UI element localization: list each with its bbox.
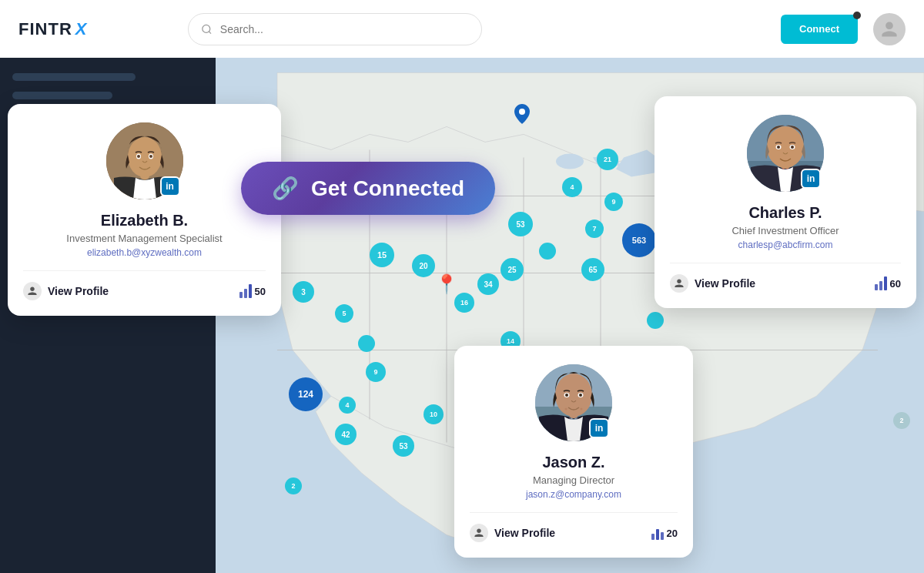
elizabeth-bar-icon: [239, 284, 252, 298]
search-input[interactable]: [220, 23, 469, 35]
svg-point-3: [556, 154, 584, 169]
jason-linkedin-badge: in: [589, 418, 609, 438]
elizabeth-stat-value: 50: [255, 286, 266, 297]
charles-view-profile-button[interactable]: View Profile: [670, 274, 755, 293]
jason-stat-value: 20: [667, 528, 678, 539]
jason-bar-icon: [651, 526, 664, 540]
charles-view-profile-label: View Profile: [695, 277, 755, 290]
charles-bar-icon: [875, 276, 887, 290]
map-pin-blue: [514, 104, 530, 129]
svg-point-24: [767, 126, 804, 168]
sidebar-item: [12, 92, 112, 99]
link-icon: 🔗: [272, 176, 299, 201]
elizabeth-name: Elizabeth B.: [23, 212, 266, 230]
logo-x: X: [75, 19, 88, 39]
search-icon: [201, 23, 213, 35]
charles-avatar-wrapper: in: [747, 115, 824, 192]
elizabeth-view-profile-button[interactable]: View Profile: [23, 282, 109, 300]
svg-point-38: [565, 408, 567, 410]
avatar: [873, 13, 906, 45]
profile-card-jason: in Jason Z. Managing Director jason.z@co…: [454, 346, 693, 558]
logo: FINTR X: [18, 19, 172, 39]
map-pin: 📍: [435, 273, 458, 295]
charles-linkedin-badge: in: [801, 169, 821, 189]
elizabeth-avatar-wrapper: in: [106, 122, 183, 199]
charles-card-footer: View Profile 60: [670, 263, 901, 293]
charles-title: Chief Investment Officer: [670, 225, 901, 236]
elizabeth-profile-icon: [23, 282, 42, 300]
charles-stat: 60: [875, 276, 901, 290]
svg-point-36: [565, 394, 568, 397]
sidebar-item: [12, 73, 136, 81]
search-bar[interactable]: [188, 13, 482, 45]
navbar: FINTR X Connect: [0, 0, 924, 58]
profile-card-elizabeth: in Elizabeth B. Investment Management Sp…: [8, 104, 281, 316]
jason-profile-icon: [470, 524, 488, 542]
jason-name: Jason Z.: [470, 454, 678, 471]
jason-view-profile-button[interactable]: View Profile: [470, 524, 555, 542]
svg-point-39: [581, 408, 583, 410]
svg-point-18: [137, 155, 140, 158]
charles-stat-value: 60: [890, 278, 901, 290]
svg-point-19: [149, 155, 152, 158]
svg-point-37: [579, 394, 582, 397]
svg-line-1: [209, 31, 211, 33]
jason-email: jason.z@company.com: [470, 489, 678, 500]
svg-point-0: [203, 25, 210, 32]
logo-fin: FINTR: [18, 19, 72, 39]
charles-name: Charles P.: [670, 204, 901, 222]
elizabeth-email: elizabeth.b@xyzwealth.com: [23, 247, 266, 258]
jason-title: Managing Director: [470, 474, 678, 486]
jason-avatar-wrapper: in: [535, 364, 612, 441]
jason-view-profile-label: View Profile: [494, 527, 555, 539]
app-shell: FINTR X Connect: [0, 0, 924, 573]
elizabeth-view-profile-label: View Profile: [48, 285, 109, 297]
elizabeth-stat: 50: [239, 284, 266, 298]
charles-profile-icon: [670, 274, 688, 293]
svg-point-15: [128, 137, 162, 177]
jason-card-footer: View Profile 20: [470, 512, 678, 542]
jason-stat: 20: [651, 526, 678, 540]
profile-card-charles: in Charles P. Chief Investment Officer c…: [654, 96, 916, 308]
elizabeth-title: Investment Management Specialist: [23, 233, 266, 244]
elizabeth-linkedin-badge: in: [160, 176, 180, 196]
get-connected-button[interactable]: 🔗 Get Connected: [241, 162, 495, 215]
charles-email: charlesp@abcfirm.com: [670, 240, 901, 250]
svg-point-11: [519, 109, 525, 115]
nav-connect-button[interactable]: Connect: [781, 15, 858, 44]
get-connected-label: Get Connected: [311, 176, 464, 201]
elizabeth-card-footer: View Profile 50: [23, 270, 266, 300]
svg-point-28: [791, 146, 794, 149]
svg-point-27: [777, 146, 780, 149]
